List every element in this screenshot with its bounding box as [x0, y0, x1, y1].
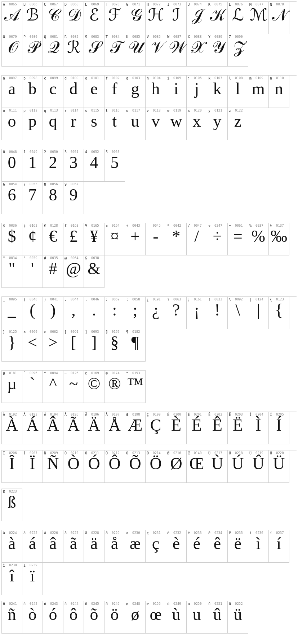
- glyph-cell-66: B 0066 ℬ: [22, 2, 43, 34]
- glyph-char-label: K: [208, 3, 210, 6]
- glyph-char-label: ç: [147, 531, 149, 535]
- glyph-cell-209: Ñ 0209 Ñ: [43, 450, 63, 483]
- glyph-cell-117: u 0250 u: [187, 601, 207, 634]
- glyph-cell-35: # 0035 #: [43, 255, 63, 288]
- glyph-char-label: õ: [85, 602, 87, 606]
- glyph-char-label: u: [188, 602, 190, 606]
- glyph-display: ℬ: [23, 7, 41, 23]
- glyph-char-label: 2: [44, 150, 46, 154]
- glyph-cell-125: } 0125 }: [2, 329, 22, 362]
- glyph-cell-67: C 0067 𝒞: [43, 2, 63, 34]
- glyph-display: k: [208, 81, 226, 97]
- glyph-char-label: ]: [85, 330, 87, 334]
- glyph-display: ë: [229, 535, 247, 552]
- glyph-display: Ì: [249, 417, 267, 434]
- glyph-code: 0244: [71, 602, 79, 606]
- glyph-code: 0057: [71, 182, 79, 186]
- glyph-cell-87: W 0087 𝒲: [166, 34, 187, 67]
- glyph-cell-114: r 0114 r: [63, 108, 84, 140]
- glyph-code: 0061: [235, 224, 243, 228]
- glyph-cell-74: J 0074 𝒥: [187, 2, 207, 34]
- glyph-code: 0064: [71, 256, 79, 260]
- glyph-display: 0: [3, 154, 21, 171]
- glyph-display: â: [44, 535, 62, 552]
- glyph-code: 0095: [9, 298, 17, 301]
- glyph-display: {: [270, 302, 288, 318]
- glyph-display: Ó: [85, 455, 103, 472]
- glyph-char-label: ~: [65, 371, 67, 375]
- glyph-char-label: ‰: [270, 224, 272, 228]
- glyph-code: 0123: [276, 298, 284, 301]
- glyph-code: 0198: [132, 413, 140, 417]
- glyph-code: 0068: [71, 3, 79, 6]
- glyph-display: ℱ: [106, 7, 124, 23]
- glyph-display: œ: [147, 606, 165, 623]
- glyph-cell-65: A 0065 𝒜: [2, 2, 22, 34]
- glyph-code: 0218: [235, 451, 243, 455]
- glyph-char-label: Í: [270, 413, 272, 417]
- glyph-code: 0093: [91, 330, 99, 334]
- glyph-cell-227: ã 0227 ã: [63, 530, 84, 563]
- glyph-code: 0050: [50, 150, 58, 154]
- glyph-code: 0122: [235, 109, 243, 113]
- glyph-cell-338: Œ 0140 Œ: [187, 450, 207, 483]
- glyph-display: Í: [270, 417, 288, 434]
- glyph-code: 0054: [9, 182, 17, 186]
- glyph-display: Õ: [126, 455, 144, 472]
- glyph-char-label: l: [229, 76, 231, 80]
- glyph-code: 0067: [50, 3, 58, 6]
- glyph-cell-249: ù 0249 ù: [166, 601, 187, 634]
- glyph-display: ö: [106, 606, 124, 623]
- glyph-display: 𝒮: [85, 39, 103, 56]
- glyph-char-label: ¢: [23, 224, 26, 228]
- glyph-code: 0090: [235, 35, 243, 39]
- glyph-display: Ö: [147, 455, 165, 472]
- glyph-code: 0251: [214, 602, 222, 606]
- glyph-code: 0103: [132, 76, 140, 80]
- glyph-char-label: _: [3, 298, 5, 301]
- glyph-code: 0231: [153, 531, 161, 535]
- glyph-char-label: J: [188, 3, 190, 6]
- glyph-code: 0079: [9, 35, 17, 39]
- glyph-code: 0219: [255, 451, 263, 455]
- glyph-cell-104: h 0104 h: [146, 76, 166, 108]
- glyph-code: 0153: [132, 371, 140, 375]
- glyph-code: 0217: [214, 451, 222, 455]
- glyph-display: o: [3, 113, 21, 130]
- glyph-code: 0045: [153, 224, 161, 228]
- glyph-cell-99: c 0099 c: [43, 76, 63, 108]
- glyph-code: 0097: [9, 76, 17, 80]
- glyph-code: 0200: [173, 413, 181, 417]
- glyph-display: î: [3, 568, 21, 584]
- glyph-display: 𝒞: [44, 7, 62, 23]
- glyph-code: 0125: [9, 330, 17, 334]
- glyph-display: i: [167, 81, 185, 97]
- glyph-cell-60: < 0060 <: [22, 329, 43, 362]
- glyph-display: ‰: [270, 228, 288, 245]
- lower-accented1-grid: à 0224 à á 0225 á â 0226 â ã 0227 ã ä 02…: [1, 530, 297, 595]
- glyph-char-label: M: [249, 3, 252, 6]
- glyph-display: :: [106, 302, 124, 318]
- glyph-cell-229: å 0229 å: [104, 530, 125, 563]
- glyph-display: 4: [85, 154, 103, 171]
- glyph-char-label: A: [3, 3, 5, 6]
- glyph-code: 0062: [50, 330, 58, 334]
- glyph-display: €: [44, 228, 62, 245]
- glyph-cell-101: e 0101 e: [84, 76, 104, 108]
- glyph-code: 0077: [255, 3, 263, 6]
- glyph-char-label: î: [3, 563, 5, 567]
- glyph-display: é: [188, 535, 206, 552]
- glyph-display: v: [147, 113, 165, 130]
- upper-accented1-grid: À 0192 À Á 0193 Á Â 0194 Â Ã 0195 Ã Ä 01…: [1, 412, 297, 444]
- glyph-cell-58: : 0059 :: [104, 297, 125, 329]
- glyph-char-label: G: [126, 3, 128, 6]
- glyph-cell-78: N 0078 𝒩: [269, 2, 289, 34]
- glyph-display: ": [3, 260, 21, 277]
- glyph-display: *: [167, 228, 185, 245]
- glyph-code: 0206: [9, 451, 17, 455]
- glyph-char-label: Ê: [208, 413, 210, 417]
- glyph-char-label: ': [23, 256, 26, 260]
- glyph-code: 0116: [112, 109, 120, 113]
- glyph-code: 0082: [71, 35, 79, 39]
- glyph-cell-88: X 0088 𝒳: [187, 34, 207, 67]
